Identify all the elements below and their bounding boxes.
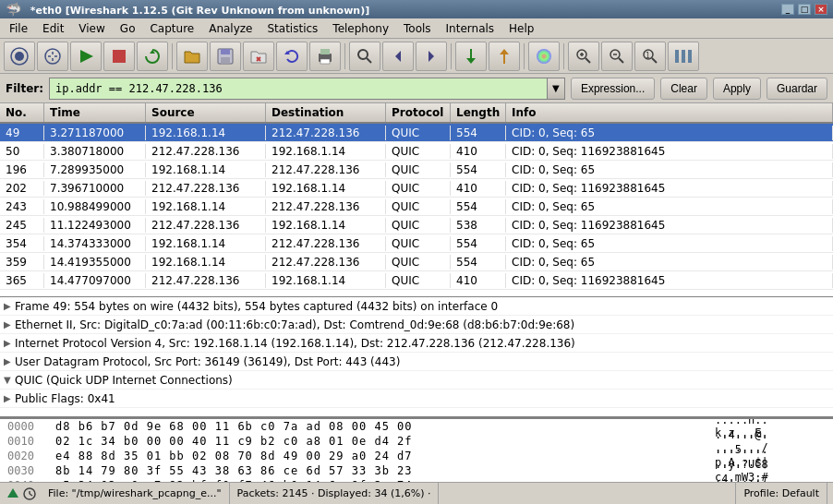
packet-cell-info: CID: 0, Seq: 116923881645 bbox=[506, 181, 833, 196]
close-btn[interactable]: × bbox=[815, 4, 827, 15]
packet-cell-dst: 192.168.1.14 bbox=[266, 273, 386, 288]
menu-view[interactable]: View bbox=[71, 19, 112, 38]
zoom-out-btn[interactable] bbox=[601, 42, 633, 71]
col-header-no[interactable]: No. bbox=[0, 103, 44, 122]
packet-cell-dst: 192.168.1.14 bbox=[266, 144, 386, 159]
svg-rect-8 bbox=[221, 57, 230, 64]
stop-capture-btn[interactable] bbox=[103, 42, 135, 71]
menu-statistics[interactable]: Statistics bbox=[260, 19, 325, 38]
resize-columns-btn[interactable] bbox=[668, 42, 699, 71]
detail-row[interactable]: ▼QUIC (Quick UDP Internet Connections) bbox=[0, 371, 833, 390]
packet-list-header: No. Time Source Destination Protocol Len… bbox=[0, 103, 833, 124]
filter-input[interactable] bbox=[49, 78, 547, 100]
detail-row[interactable]: ▶ Public Flags: 0x41 bbox=[0, 390, 833, 408]
restart-capture-btn[interactable] bbox=[137, 42, 168, 71]
start-capture-btn[interactable] bbox=[70, 42, 102, 71]
packet-cell-len: 410 bbox=[451, 273, 506, 288]
status-file: File: "/tmp/wireshark_pcapng_e..." bbox=[41, 483, 230, 504]
svg-marker-18 bbox=[466, 58, 476, 64]
col-header-source[interactable]: Source bbox=[146, 103, 266, 122]
svg-text:1: 1 bbox=[646, 52, 650, 60]
clear-filter-btn[interactable]: Clear bbox=[660, 78, 707, 100]
table-row[interactable]: 503.380718000212.47.228.136192.168.1.14Q… bbox=[0, 142, 833, 161]
col-header-destination[interactable]: Destination bbox=[266, 103, 386, 122]
packet-cell-no: 243 bbox=[0, 199, 44, 214]
normal-size-btn[interactable]: 1 bbox=[634, 42, 666, 71]
svg-point-1 bbox=[15, 52, 24, 61]
expression-btn[interactable]: Expression... bbox=[571, 78, 655, 100]
table-row[interactable]: 36514.477097000212.47.228.136192.168.1.1… bbox=[0, 271, 833, 290]
detail-row[interactable]: ▶Internet Protocol Version 4, Src: 192.1… bbox=[0, 334, 833, 353]
packet-cell-proto: QUIC bbox=[386, 273, 451, 288]
hex-offset: 0010 bbox=[7, 435, 44, 448]
packet-cell-proto: QUIC bbox=[386, 144, 451, 159]
titlebar-controls[interactable]: _ □ × bbox=[781, 4, 827, 15]
menu-analyze[interactable]: Analyze bbox=[201, 19, 260, 38]
filter-label: Filter: bbox=[6, 82, 43, 95]
packet-cell-src: 212.47.228.136 bbox=[146, 273, 266, 288]
prev-packet-btn[interactable] bbox=[382, 42, 414, 71]
find-packet-btn[interactable] bbox=[349, 42, 380, 71]
next-packet-btn[interactable] bbox=[416, 42, 447, 71]
table-row[interactable]: 35414.374333000192.168.1.14212.47.228.13… bbox=[0, 234, 833, 253]
detail-row[interactable]: ▶Frame 49: 554 bytes on wire (4432 bits)… bbox=[0, 297, 833, 316]
packet-cell-info: CID: 0, Seq: 116923881645 bbox=[506, 273, 833, 288]
expand-arrow-icon: ▶ bbox=[4, 338, 15, 348]
packet-cell-len: 554 bbox=[451, 162, 506, 177]
table-row[interactable]: 1967.289935000192.168.1.14212.47.228.136… bbox=[0, 161, 833, 179]
col-header-time[interactable]: Time bbox=[44, 103, 146, 122]
packet-cell-time: 7.289935000 bbox=[44, 162, 146, 177]
colorize-btn[interactable] bbox=[528, 42, 560, 71]
save-file-btn[interactable] bbox=[210, 42, 241, 71]
open-file-btn[interactable] bbox=[176, 42, 208, 71]
table-row[interactable]: 2027.396710000212.47.228.136192.168.1.14… bbox=[0, 179, 833, 198]
packet-cell-proto: QUIC bbox=[386, 199, 451, 214]
packet-cell-src: 192.168.1.14 bbox=[146, 162, 266, 177]
save-filter-btn[interactable]: Guardar bbox=[767, 78, 827, 100]
close-file-btn[interactable] bbox=[243, 42, 274, 71]
minimize-btn[interactable]: _ bbox=[781, 4, 794, 15]
table-row[interactable]: 24511.122493000212.47.228.136192.168.1.1… bbox=[0, 216, 833, 234]
menu-edit[interactable]: Edit bbox=[35, 19, 71, 38]
status-profile: Profile: Default bbox=[735, 483, 827, 504]
menu-capture[interactable]: Capture bbox=[142, 19, 201, 38]
packet-cell-info: CID: 0, Seq: 116923881645 bbox=[506, 218, 833, 233]
jump-to-btn[interactable] bbox=[455, 42, 487, 71]
table-row[interactable]: 493.271187000192.168.1.14212.47.228.136Q… bbox=[0, 124, 833, 142]
packet-cell-dst: 212.47.228.136 bbox=[266, 255, 386, 270]
menu-help[interactable]: Help bbox=[501, 19, 541, 38]
table-row[interactable]: 24310.988499000192.168.1.14212.47.228.13… bbox=[0, 198, 833, 216]
menu-telephony[interactable]: Telephony bbox=[325, 19, 396, 38]
col-header-protocol[interactable]: Protocol bbox=[386, 103, 451, 122]
print-btn[interactable] bbox=[309, 42, 341, 71]
packet-cell-no: 354 bbox=[0, 236, 44, 251]
detail-row[interactable]: ▶Ethernet II, Src: DigitalD_c0:7a:ad (00… bbox=[0, 316, 833, 334]
col-header-info[interactable]: Info bbox=[506, 103, 833, 122]
menu-file[interactable]: File bbox=[2, 19, 35, 38]
titlebar-title: *eth0 [Wireshark 1.12.5 (Git Rev Unknown… bbox=[30, 5, 369, 17]
apply-filter-btn[interactable]: Apply bbox=[713, 78, 761, 100]
maximize-btn[interactable]: □ bbox=[798, 4, 811, 15]
packet-cell-time: 14.477097000 bbox=[44, 273, 146, 288]
scroll-to-btn[interactable] bbox=[489, 42, 520, 71]
col-header-length[interactable]: Length bbox=[451, 103, 506, 122]
interface-icon-btn[interactable] bbox=[4, 42, 35, 71]
packet-cell-dst: 212.47.228.136 bbox=[266, 236, 386, 251]
zoom-in-btn[interactable] bbox=[568, 42, 599, 71]
menu-go[interactable]: Go bbox=[113, 19, 143, 38]
menu-internals[interactable]: Internals bbox=[439, 19, 502, 38]
packet-cell-len: 410 bbox=[451, 181, 506, 196]
menu-tools[interactable]: Tools bbox=[396, 19, 439, 38]
expand-arrow-icon: ▶ bbox=[4, 356, 15, 366]
options-icon-btn[interactable] bbox=[37, 42, 68, 71]
sep5 bbox=[563, 43, 564, 69]
packet-cell-info: CID: 0, Seq: 65 bbox=[506, 236, 833, 251]
packet-cell-time: 10.988499000 bbox=[44, 199, 146, 214]
reload-btn[interactable] bbox=[276, 42, 308, 71]
table-row[interactable]: 35914.419355000192.168.1.14212.47.228.13… bbox=[0, 253, 833, 271]
detail-row[interactable]: ▶User Datagram Protocol, Src Port: 36149… bbox=[0, 353, 833, 371]
titlebar: 🦈 *eth0 [Wireshark 1.12.5 (Git Rev Unkno… bbox=[0, 0, 833, 18]
filter-dropdown-btn[interactable]: ▼ bbox=[547, 78, 565, 100]
hex-bytes: 8b 14 79 80 3f 55 43 38 63 86 ce 6d 57 3… bbox=[55, 464, 704, 477]
detail-text: Frame 49: 554 bytes on wire (4432 bits),… bbox=[15, 300, 498, 313]
